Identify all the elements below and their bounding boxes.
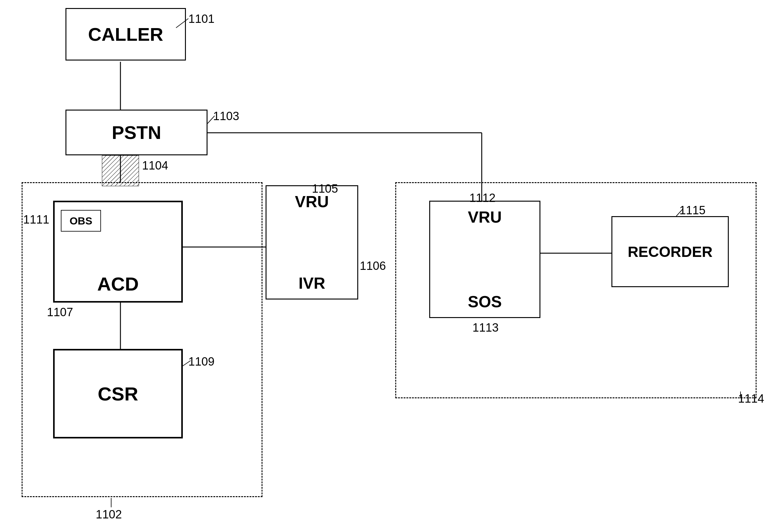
caller-box: CALLER <box>65 8 186 61</box>
ref-1102: 1102 <box>96 508 122 521</box>
svg-rect-10 <box>102 155 139 186</box>
recorder-box: RECORDER <box>611 216 729 287</box>
ref-1112: 1112 <box>469 191 496 205</box>
ref-1107: 1107 <box>47 306 73 319</box>
ref-1103: 1103 <box>213 110 239 123</box>
pstn-box: PSTN <box>65 110 208 155</box>
ref-1111: 1111 <box>23 213 49 226</box>
ref-1101: 1101 <box>188 12 215 26</box>
vru-sos-box: VRU SOS <box>429 201 540 318</box>
ref-1113: 1113 <box>472 321 499 334</box>
ref-1109: 1109 <box>188 355 215 368</box>
ref-1115: 1115 <box>679 204 706 217</box>
obs-box: OBS <box>61 210 101 232</box>
diagram: CALLER 1101 PSTN 1103 1104 <box>0 0 772 532</box>
ref-1106: 1106 <box>360 259 386 273</box>
ref-1104: 1104 <box>142 159 168 172</box>
vru-ivr-box: VRU IVR <box>266 185 358 300</box>
ref-1114: 1114 <box>738 392 764 405</box>
ref-1105: 1105 <box>312 182 338 195</box>
csr-box: CSR <box>53 349 183 438</box>
hatched-connector <box>102 155 139 186</box>
acd-box: OBS ACD <box>53 201 183 303</box>
